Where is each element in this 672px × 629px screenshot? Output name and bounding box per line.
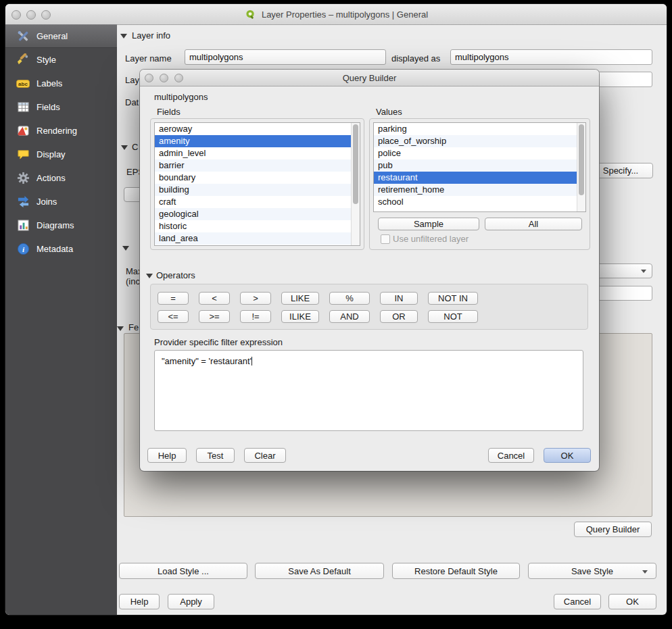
list-item[interactable]: aeroway [155, 123, 352, 135]
restore-default-style-button[interactable]: Restore Default Style [392, 563, 520, 579]
sidebar-item-metadata[interactable]: i Metadata [5, 237, 117, 261]
cancel-button[interactable]: Cancel [554, 594, 601, 609]
speech-bubble-icon [16, 148, 30, 161]
data-source-label: Dat [125, 97, 139, 108]
filter-expression-input[interactable]: "amenity" = 'restaurant' [154, 350, 583, 431]
operator-button[interactable]: ILIKE [281, 310, 319, 323]
operator-button[interactable]: >= [199, 310, 230, 323]
save-as-default-button[interactable]: Save As Default [255, 563, 384, 579]
operator-button[interactable]: > [240, 292, 271, 305]
cancel-button[interactable]: Cancel [488, 448, 534, 463]
operators-disclosure-icon[interactable] [146, 274, 153, 278]
list-item[interactable]: historic [155, 220, 352, 232]
all-button[interactable]: All [485, 218, 582, 230]
sidebar-item-joins[interactable]: Joins [5, 190, 117, 213]
list-item-selected[interactable]: restaurant [374, 172, 577, 184]
sidebar-item-fields[interactable]: Fields [5, 95, 117, 119]
ok-button[interactable]: OK [608, 594, 656, 609]
operator-button[interactable]: OR [380, 310, 418, 323]
test-button[interactable]: Test [196, 448, 235, 463]
sidebar-item-diagrams[interactable]: Diagrams [5, 213, 117, 237]
gear-icon [16, 172, 30, 185]
dialog-titlebar: Query Builder [140, 70, 599, 86]
sidebar: General Style abc Labels Fields Renderin… [5, 24, 117, 615]
use-unfiltered-checkbox[interactable] [381, 234, 390, 244]
list-item[interactable]: place_of_worship [374, 135, 577, 147]
list-item[interactable]: barrier [155, 159, 352, 172]
sidebar-item-rendering[interactable]: Rendering [5, 119, 117, 143]
help-button[interactable]: Help [119, 594, 160, 609]
abc-tag-icon: abc [16, 77, 30, 91]
filter-expression-label: Provider specific filter expression [154, 337, 283, 348]
operator-button[interactable]: LIKE [281, 292, 319, 305]
values-groupbox: parking place_of_worship police pub rest… [369, 118, 590, 250]
scale-section-disclosure-icon[interactable] [122, 246, 129, 251]
save-style-label: Save Style [571, 566, 613, 576]
sidebar-item-general[interactable]: General [5, 24, 117, 48]
clear-button[interactable]: Clear [244, 448, 286, 463]
apply-button[interactable]: Apply [168, 594, 214, 609]
sidebar-item-labels[interactable]: abc Labels [5, 72, 117, 95]
operators-label: Operators [156, 270, 195, 281]
list-item[interactable]: geological [155, 208, 352, 220]
list-item[interactable]: craft [155, 196, 352, 208]
query-builder-button[interactable]: Query Builder [574, 522, 652, 537]
list-item[interactable]: parking [374, 123, 577, 135]
list-item-selected[interactable]: amenity [155, 135, 352, 147]
crs-section-label: C [132, 142, 138, 153]
layer-info-disclosure-icon[interactable] [120, 34, 127, 39]
text-cursor [251, 357, 252, 366]
list-item[interactable]: building [155, 184, 352, 196]
sidebar-item-style[interactable]: Style [5, 48, 117, 72]
list-item[interactable]: school [374, 196, 577, 208]
rendering-icon [16, 124, 30, 138]
sidebar-item-label: Fields [37, 102, 60, 112]
list-item[interactable]: land_area [155, 232, 352, 245]
list-item[interactable]: retirement_home [374, 184, 577, 196]
layer-source-label: Lay [125, 75, 139, 86]
sidebar-item-label: Labels [37, 78, 62, 89]
operator-button[interactable]: IN [380, 292, 418, 305]
operator-button[interactable]: NOT IN [428, 292, 478, 305]
values-label: Values [376, 107, 402, 118]
displayed-as-input[interactable] [450, 49, 652, 65]
bar-chart-icon [16, 219, 30, 232]
operator-button[interactable]: NOT [428, 310, 478, 323]
sidebar-item-label: Rendering [37, 126, 77, 136]
feature-subset-disclosure-icon[interactable] [117, 326, 124, 331]
operator-button[interactable]: < [199, 292, 230, 305]
use-unfiltered-label: Use unfiltered layer [393, 234, 469, 244]
load-style-button[interactable]: Load Style ... [119, 563, 247, 579]
qgis-logo-icon [244, 9, 258, 20]
operators-box: = < > LIKE % IN NOT IN <= >= != ILIKE AN… [150, 284, 588, 330]
layer-name-label: Layer name [125, 53, 172, 64]
inclusive-label: (inc [126, 276, 140, 287]
operator-button[interactable]: % [329, 292, 370, 305]
window-titlebar: Layer Properties – multipolygons | Gener… [5, 4, 667, 25]
sample-button[interactable]: Sample [378, 218, 479, 230]
sidebar-item-display[interactable]: Display [5, 143, 117, 166]
help-button[interactable]: Help [147, 448, 187, 463]
scrollbar[interactable] [351, 123, 360, 245]
sidebar-item-actions[interactable]: Actions [5, 166, 117, 190]
paintbrush-icon [16, 53, 30, 67]
list-item[interactable]: boundary [155, 172, 352, 184]
dialog-layer-name: multipolygons [154, 92, 208, 103]
ok-button[interactable]: OK [544, 448, 591, 463]
operator-button[interactable]: AND [329, 310, 370, 323]
operator-button[interactable]: = [158, 292, 189, 305]
info-icon: i [16, 243, 30, 256]
general-icon [16, 30, 30, 43]
crs-disclosure-icon[interactable] [121, 145, 128, 150]
layer-name-input[interactable] [185, 49, 386, 65]
layer-info-header: Layer info [132, 30, 170, 41]
join-arrows-icon [16, 195, 30, 209]
operator-button[interactable]: <= [158, 310, 189, 323]
feature-subset-label: Fe [128, 322, 139, 333]
operator-button[interactable]: != [240, 310, 271, 323]
list-item[interactable]: police [374, 147, 577, 159]
list-item[interactable]: admin_level [155, 147, 352, 159]
scrollbar[interactable] [577, 123, 585, 211]
list-item[interactable]: pub [374, 159, 577, 172]
save-style-button[interactable]: Save Style [528, 563, 656, 579]
